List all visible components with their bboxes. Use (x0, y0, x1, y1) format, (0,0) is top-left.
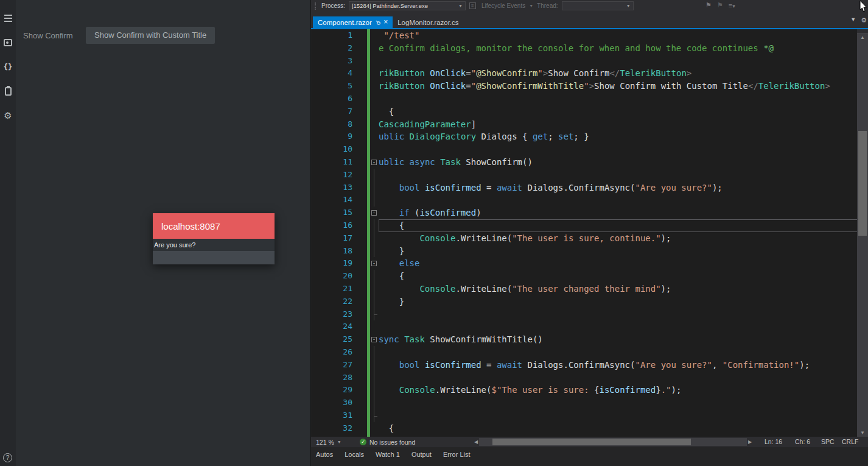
code-line[interactable]: 14 (311, 194, 858, 207)
breakpoint-margin[interactable] (352, 384, 367, 397)
outlining-margin[interactable] (370, 308, 379, 321)
breakpoint-margin[interactable] (352, 308, 367, 321)
settings-icon[interactable]: ⚙ (3, 111, 13, 121)
outlining-margin[interactable] (370, 118, 379, 131)
code-text[interactable]: rikButton OnClick="@ShowConfirmWithTitle… (379, 80, 858, 93)
scrollbar-thumb[interactable] (858, 131, 867, 236)
breakpoint-margin[interactable] (352, 194, 367, 207)
outlining-margin[interactable] (370, 130, 379, 143)
code-text[interactable] (379, 372, 858, 384)
code-line[interactable]: 17 Console.WriteLine("The user is sure, … (311, 232, 858, 245)
code-line[interactable]: 1 "/test" (311, 29, 858, 42)
code-text[interactable]: CascadingParameter] (379, 118, 858, 131)
breakpoint-margin[interactable] (352, 245, 367, 258)
breakpoint-margin[interactable] (352, 333, 367, 346)
outlining-margin[interactable] (370, 245, 379, 258)
code-line[interactable]: 7 { (311, 105, 858, 118)
code-text[interactable] (379, 308, 858, 321)
outlining-margin[interactable] (370, 359, 379, 372)
code-text[interactable]: { (379, 270, 858, 283)
breakpoint-margin[interactable] (352, 169, 367, 182)
code-text[interactable]: sync Task ShowConfirmWithTitle() (379, 333, 858, 346)
collapse-icon[interactable]: - (371, 337, 377, 342)
line-ending-indicator[interactable]: CRLF (842, 438, 858, 445)
code-text[interactable] (379, 93, 858, 105)
outlining-margin[interactable] (370, 346, 379, 359)
code-text[interactable]: { (379, 422, 858, 435)
breakpoint-margin[interactable] (352, 67, 367, 80)
code-text[interactable]: Console.WriteLine("The user changed thei… (379, 283, 858, 295)
code-text[interactable] (379, 55, 858, 68)
code-text[interactable]: } (379, 245, 858, 258)
tab-logmonitor-razor-cs[interactable]: LogMonitor.razor.cs (393, 16, 463, 28)
tab-component-razor[interactable]: Component.razor ⚲ × (313, 16, 393, 28)
scrollbar-track[interactable] (479, 438, 747, 446)
code-line[interactable]: 6 (311, 93, 858, 105)
outlining-margin[interactable]: - (370, 257, 379, 270)
code-text[interactable] (379, 409, 858, 422)
toolbar-grip[interactable] (315, 2, 317, 10)
flag-icon[interactable]: ⚑ (705, 1, 712, 9)
breakpoint-margin[interactable] (352, 270, 367, 283)
code-line[interactable]: 21 Console.WriteLine("The user changed t… (311, 283, 858, 295)
panel-tab-locals[interactable]: Locals (345, 451, 364, 466)
breakpoint-margin[interactable] (352, 232, 367, 245)
breakpoint-margin[interactable] (352, 346, 367, 359)
breakpoint-margin[interactable] (352, 42, 367, 55)
breakpoint-margin[interactable] (352, 156, 367, 169)
breakpoint-margin[interactable] (352, 295, 367, 308)
code-line[interactable]: 24 (311, 320, 858, 333)
outlining-margin[interactable] (370, 67, 379, 80)
breakpoint-margin[interactable] (352, 182, 367, 194)
confirm-dialog[interactable]: localhost:8087 Are you sure? (153, 213, 275, 264)
code-text[interactable]: else (379, 257, 858, 270)
breakpoint-margin[interactable] (352, 207, 367, 219)
code-text[interactable]: } (379, 295, 858, 308)
vertical-scrollbar[interactable]: ▲ ▼ (857, 29, 868, 437)
code-line[interactable]: 23 (311, 308, 858, 321)
spaces-indicator[interactable]: SPC (821, 438, 835, 445)
code-text[interactable]: { (379, 219, 858, 232)
outlining-margin[interactable] (370, 397, 379, 409)
breakpoint-margin[interactable] (352, 143, 367, 156)
code-text[interactable]: bool isConfirmed = await Dialogs.Confirm… (379, 359, 858, 372)
show-confirm-custom-title-button[interactable]: Show Confirm with Custom Title (86, 27, 215, 44)
code-line[interactable]: 12 (311, 169, 858, 182)
collapse-icon[interactable]: - (371, 210, 377, 216)
image-icon[interactable] (3, 38, 13, 48)
outlining-margin[interactable] (370, 182, 379, 194)
code-text[interactable]: Console.WriteLine($"The user is sure: {i… (379, 384, 858, 397)
breakpoint-margin[interactable] (352, 257, 367, 270)
menu-icon[interactable] (3, 13, 13, 23)
clipboard-icon[interactable] (3, 86, 13, 96)
outlining-margin[interactable] (370, 80, 379, 93)
collapse-icon[interactable]: - (371, 261, 377, 266)
code-text[interactable]: bool isConfirmed = await Dialogs.Confirm… (379, 182, 858, 194)
scroll-up-arrow[interactable]: ▲ (857, 34, 868, 41)
code-text[interactable] (379, 194, 858, 207)
code-line[interactable]: 18 } (311, 245, 858, 258)
zoom-control[interactable]: 121 % ▼ (316, 439, 351, 446)
breakpoint-margin[interactable] (352, 29, 367, 42)
horizontal-scrollbar[interactable]: ◀ ▶ (473, 438, 753, 446)
show-threads-icon[interactable]: ≡▾ (729, 2, 735, 9)
code-text[interactable] (379, 169, 858, 182)
outlining-margin[interactable]: - (370, 333, 379, 346)
code-line[interactable]: 31 (311, 409, 858, 422)
show-confirm-button[interactable]: Show Confirm (23, 28, 73, 44)
outlining-margin[interactable] (370, 169, 379, 182)
code-text[interactable] (379, 143, 858, 156)
code-line[interactable]: 2e Confirm dialogs, monitor the console … (311, 42, 858, 55)
code-line[interactable]: 11-ublic async Task ShowConfirm() (311, 156, 858, 169)
outlining-margin[interactable] (370, 194, 379, 207)
breakpoint-margin[interactable] (352, 372, 367, 384)
code-line[interactable]: 30 (311, 397, 858, 409)
document-health[interactable]: ✓ No issues found (360, 439, 415, 446)
outlining-margin[interactable] (370, 295, 379, 308)
breakpoint-margin[interactable] (352, 105, 367, 118)
panel-tab-autos[interactable]: Autos (316, 451, 333, 466)
pin-icon[interactable]: ⚲ (374, 18, 381, 26)
breakpoint-margin[interactable] (352, 320, 367, 333)
breakpoint-margin[interactable] (352, 397, 367, 409)
breakpoint-margin[interactable] (352, 359, 367, 372)
